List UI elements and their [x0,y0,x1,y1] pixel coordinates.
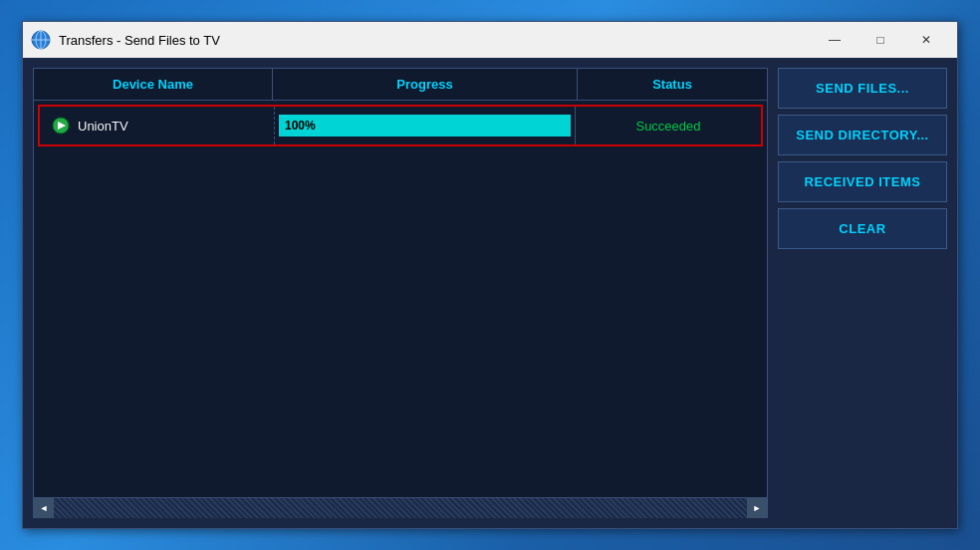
scroll-left-button[interactable]: ◄ [34,498,54,518]
maximize-button[interactable]: □ [858,25,903,55]
app-icon [31,30,51,50]
main-window: Transfers - Send Files to TV — □ ✕ Devic… [22,21,958,529]
device-name: UnionTV [78,119,128,134]
scroll-track[interactable] [54,498,747,518]
table-body: UnionTV 100% Succeeded [34,101,767,497]
transfers-table-panel: Device Name Progress Status [33,68,768,518]
col-header-device: Device Name [34,69,273,100]
sidebar: SEND FILES... SEND DIRECTORY... RECEIVED… [778,68,947,518]
title-bar: Transfers - Send Files to TV — □ ✕ [23,22,957,58]
cell-device: UnionTV [40,107,275,144]
window-title: Transfers - Send Files to TV [59,33,812,48]
progress-label: 100% [285,119,316,133]
col-header-progress: Progress [273,69,578,100]
window-body: Device Name Progress Status [23,58,957,528]
minimize-button[interactable]: — [812,25,858,55]
send-files-button[interactable]: SEND FILES... [778,68,947,109]
received-items-button[interactable]: RECEIVED ITEMS [778,161,947,202]
progress-bar-wrapper: 100% [279,115,571,137]
send-directory-button[interactable]: SEND DIRECTORY... [778,115,947,155]
col-header-status: Status [578,69,767,100]
close-button[interactable]: ✕ [903,25,949,55]
table-row[interactable]: UnionTV 100% Succeeded [38,105,763,146]
table-header: Device Name Progress Status [34,69,767,101]
scroll-right-button[interactable]: ► [747,498,767,518]
clear-button[interactable]: CLEAR [778,208,947,249]
horizontal-scrollbar[interactable]: ◄ ► [34,497,767,517]
cell-status: Succeeded [576,109,761,143]
progress-bar-fill: 100% [279,115,571,137]
window-controls: — □ ✕ [812,25,949,55]
cell-progress: 100% [275,107,576,144]
device-icon [52,117,70,135]
